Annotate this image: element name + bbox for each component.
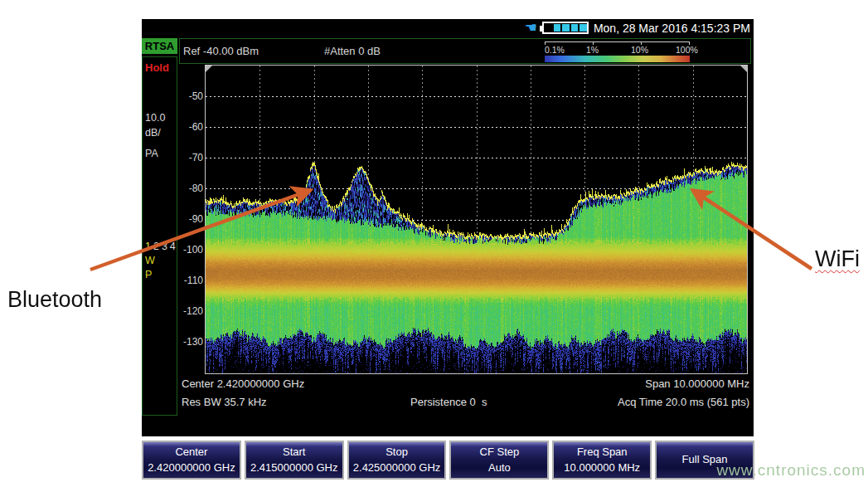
- left-sidebar: Hold 10.0 dB/ PA 1234 W P: [142, 56, 177, 416]
- battery-icon: [542, 22, 589, 34]
- scale-value: 10.0: [145, 112, 165, 124]
- battery-segment: [562, 24, 570, 32]
- softkey-freq-span[interactable]: Freq Span 10.000000 MHz: [552, 441, 652, 480]
- legend-label: 0.1%: [545, 45, 565, 55]
- spectrum-plot: [205, 65, 748, 374]
- y-label: -130: [178, 336, 203, 348]
- legend-label: 1%: [586, 45, 599, 55]
- title-bar: ☚ Mon, 28 Mar 2016 4:15:23 PM: [142, 19, 754, 37]
- trace-w-label: W: [145, 255, 155, 266]
- trace-p-label: P: [145, 269, 152, 280]
- y-label: -80: [178, 183, 203, 194]
- watermark: www.cntronics.com: [716, 461, 866, 480]
- y-label: -50: [178, 90, 203, 102]
- reference-row: Ref -40.00 dBm #Atten 0 dB 0.1% 1% 10% 1…: [179, 38, 751, 64]
- battery-segment: [554, 24, 561, 32]
- y-label: -70: [178, 152, 203, 163]
- legend-label: 10%: [631, 45, 648, 55]
- corner-notch-right: [740, 66, 747, 72]
- res-bw-label: Res BW 35.7 kHz: [182, 396, 267, 408]
- softkey-center[interactable]: Center 2.420000000 GHz: [142, 441, 241, 480]
- legend-ruler: [545, 41, 690, 45]
- y-label: -120: [178, 305, 203, 317]
- preamp-label: PA: [145, 148, 158, 159]
- y-label: -60: [178, 121, 203, 133]
- status-bar: Center 2.420000000 GHz Span 10.000000 MH…: [179, 376, 751, 416]
- trace-active: 1: [145, 241, 153, 252]
- persistence-label: Persistence 0 s: [410, 396, 487, 408]
- acq-time-label: Acq Time 20.0 ms (561 pts): [618, 396, 749, 408]
- bluetooth-annotation: Bluetooth: [7, 287, 102, 313]
- mouse-cursor-icon: ☚: [525, 21, 537, 35]
- span-label: Span 10.000000 MHz: [645, 377, 749, 390]
- sweep-state-label: Hold: [145, 61, 169, 74]
- wifi-annotation: WiFi: [815, 246, 860, 272]
- mode-badge[interactable]: RTSA: [142, 38, 177, 54]
- corner-notch-left: [206, 66, 212, 72]
- trace-list: 234: [153, 241, 178, 252]
- battery-segment: [579, 24, 587, 32]
- softkey-bar: Center 2.420000000 GHz Start 2.415000000…: [142, 441, 754, 480]
- density-legend: 0.1% 1% 10% 100%: [545, 40, 691, 63]
- softkey-stop[interactable]: Stop 2.425000000 GHz: [347, 441, 447, 480]
- ref-level-label: Ref -40.00 dBm: [183, 45, 259, 57]
- softkey-start[interactable]: Start 2.415000000 GHz: [245, 441, 344, 480]
- scale-unit: dB/: [145, 127, 161, 139]
- instrument-screen: ☚ Mon, 28 Mar 2016 4:15:23 PM RTSA Ref -…: [142, 19, 754, 436]
- attenuation-label: #Atten 0 dB: [324, 45, 381, 57]
- density-gradient-bar: [545, 56, 690, 62]
- softkey-cf-step[interactable]: CF Step Auto: [449, 441, 549, 480]
- battery-segment: [571, 24, 579, 32]
- center-freq-label: Center 2.420000000 GHz: [182, 377, 304, 390]
- datetime-label: Mon, 28 Mar 2016 4:15:23 PM: [594, 22, 750, 35]
- spectrum-canvas: [206, 66, 747, 373]
- legend-label: 100%: [676, 45, 698, 55]
- y-label: -110: [178, 275, 203, 286]
- y-label: -90: [178, 213, 203, 225]
- y-label: -100: [178, 244, 203, 256]
